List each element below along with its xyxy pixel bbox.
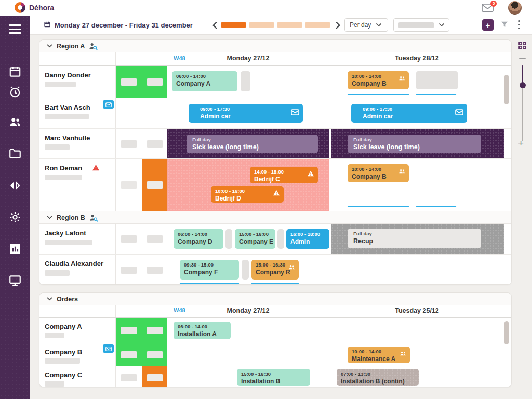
absence-block[interactable]: Full dayRecup xyxy=(348,229,481,248)
availability-pill xyxy=(147,235,163,243)
order-block[interactable]: 10:00 - 14:00Maintenance A xyxy=(348,347,410,363)
day-header-tuesday[interactable]: Tuesday 28/12 xyxy=(329,55,504,62)
availability-cell[interactable] xyxy=(142,66,167,98)
availability-pill xyxy=(121,351,137,358)
empty-shift-block[interactable] xyxy=(416,71,458,89)
availability-cell[interactable] xyxy=(116,66,142,98)
empty-shift-block[interactable] xyxy=(225,229,232,249)
shift-progress-bar xyxy=(416,206,456,207)
availability-cell[interactable] xyxy=(142,255,167,285)
planning-toolbar: Monday 27 december - Friday 31 december … xyxy=(30,16,532,35)
availability-cell[interactable] xyxy=(142,129,167,158)
shift-block[interactable]: 15:00 - 16:30Company R xyxy=(251,260,299,280)
date-range-label[interactable]: Monday 27 december - Friday 31 december xyxy=(55,21,193,29)
availability-pill xyxy=(147,140,163,148)
chevron-down-icon xyxy=(376,23,381,26)
order-block[interactable]: 06:00 - 14:00Installation A xyxy=(174,322,231,339)
availability-pill xyxy=(121,267,137,274)
shift-block[interactable]: 10:00 - 14:00Company B xyxy=(348,164,409,182)
shift-block[interactable]: 06:00 - 14:00Company A xyxy=(172,71,237,91)
message-badge[interactable] xyxy=(103,100,114,109)
shift-block[interactable]: 14:00 - 18:00Bedrijf C xyxy=(250,167,318,183)
add-button[interactable]: + xyxy=(482,19,494,31)
settings-icon[interactable] xyxy=(8,210,22,224)
availability-cell[interactable] xyxy=(116,129,142,158)
empty-shift-block[interactable] xyxy=(241,71,250,91)
avatar[interactable] xyxy=(508,1,522,15)
team-icon[interactable] xyxy=(8,115,22,129)
order-block[interactable]: 15:00 - 16:30Installation B xyxy=(237,369,310,386)
shift-block[interactable]: 09:30 - 15:00Company F xyxy=(180,260,239,280)
shift-block[interactable]: 10:00 - 14:00Company B xyxy=(348,71,409,89)
view-mode-select[interactable]: Per day xyxy=(344,18,388,32)
order-name: Company C xyxy=(39,366,115,379)
compare-icon[interactable] xyxy=(8,179,22,192)
section-header-orders[interactable]: Orders xyxy=(39,293,511,305)
warning-icon[interactable] xyxy=(92,164,100,173)
kebab-menu-icon[interactable] xyxy=(518,20,521,29)
mail-icon[interactable]: 5 xyxy=(482,3,494,12)
period-segment[interactable] xyxy=(277,22,302,28)
availability-cell[interactable] xyxy=(116,255,142,285)
availability-cell[interactable] xyxy=(142,224,167,254)
section-header-region-b[interactable]: Region B xyxy=(39,211,511,224)
zoom-out-icon[interactable] xyxy=(519,58,526,59)
zoom-in-icon[interactable]: + xyxy=(518,138,524,148)
shift-block[interactable]: 10:00 - 16:00Bedrijf D xyxy=(211,186,284,203)
zoom-slider-thumb[interactable] xyxy=(520,82,526,88)
availability-cell[interactable] xyxy=(116,159,142,211)
availability-cell[interactable] xyxy=(142,343,167,366)
empty-shift-block[interactable] xyxy=(242,260,249,280)
availability-cell[interactable] xyxy=(116,98,142,128)
employee-name: Jacky Lafont xyxy=(39,224,115,237)
employee-name: Marc Vanhulle xyxy=(39,129,115,142)
workstation-icon[interactable] xyxy=(8,274,22,287)
grid-view-icon[interactable] xyxy=(518,41,527,50)
chevron-right-icon[interactable] xyxy=(336,21,340,28)
view-mode-value: Per day xyxy=(350,21,371,29)
shift-block[interactable]: 15:00 - 16:00Company E xyxy=(235,229,275,249)
availability-cell[interactable] xyxy=(116,343,142,366)
period-segment[interactable] xyxy=(249,22,274,28)
message-badge[interactable] xyxy=(103,344,114,353)
folder-icon[interactable] xyxy=(8,147,22,161)
clock-icon[interactable] xyxy=(8,85,22,99)
availability-cell[interactable] xyxy=(116,318,142,343)
shift-block[interactable]: 16:00 - 18:00Admin xyxy=(286,229,329,249)
availability-cell[interactable] xyxy=(142,318,167,343)
employee-name: Danny Donder xyxy=(39,66,115,79)
shift-block[interactable]: 09:00 - 17:30Admin car xyxy=(189,104,303,123)
day-header-monday[interactable]: Monday 27/12 xyxy=(167,307,329,314)
person-search-icon[interactable] xyxy=(89,214,98,222)
reports-icon[interactable] xyxy=(8,242,22,256)
availability-cell[interactable] xyxy=(116,224,142,254)
section-header-region-a[interactable]: Region A xyxy=(39,40,511,52)
availability-cell[interactable] xyxy=(116,366,142,387)
scrollbar[interactable] xyxy=(504,321,509,344)
chevron-left-icon[interactable] xyxy=(212,21,217,28)
absence-block[interactable]: Full daySick leave (long time) xyxy=(187,135,318,153)
availability-cell[interactable] xyxy=(142,98,167,128)
shift-block[interactable]: 09:00 - 17:30Admin car xyxy=(351,104,467,123)
order-block[interactable]: 07:00 - 13:30Installation B (contin) xyxy=(337,369,419,386)
availability-cell[interactable] xyxy=(142,366,167,387)
menu-icon[interactable] xyxy=(9,24,21,34)
day-header-monday[interactable]: Monday 27/12 xyxy=(167,55,329,62)
filter-icon[interactable] xyxy=(500,20,509,29)
scrollbar[interactable] xyxy=(504,75,509,104)
absence-block[interactable]: Full daySick leave (long time) xyxy=(348,135,481,153)
availability-pill xyxy=(147,78,163,86)
availability-cell[interactable] xyxy=(142,159,167,211)
empty-shift-block[interactable] xyxy=(277,229,284,249)
group-select[interactable] xyxy=(393,18,449,32)
planning-app: Déhora 5 Monday 27 december - xyxy=(0,0,532,399)
top-bar: Déhora 5 xyxy=(0,0,532,16)
day-header-tuesday[interactable]: Tuesday 25/12 xyxy=(329,307,504,314)
calendar-icon[interactable] xyxy=(8,65,22,78)
skeleton-bar xyxy=(45,240,92,245)
shift-block[interactable]: 06:00 - 14:00Company D xyxy=(174,229,223,249)
period-segment[interactable] xyxy=(305,22,330,28)
period-segment[interactable] xyxy=(221,22,246,28)
brand-logo[interactable]: Déhora xyxy=(15,2,54,13)
person-search-icon[interactable] xyxy=(89,42,98,50)
